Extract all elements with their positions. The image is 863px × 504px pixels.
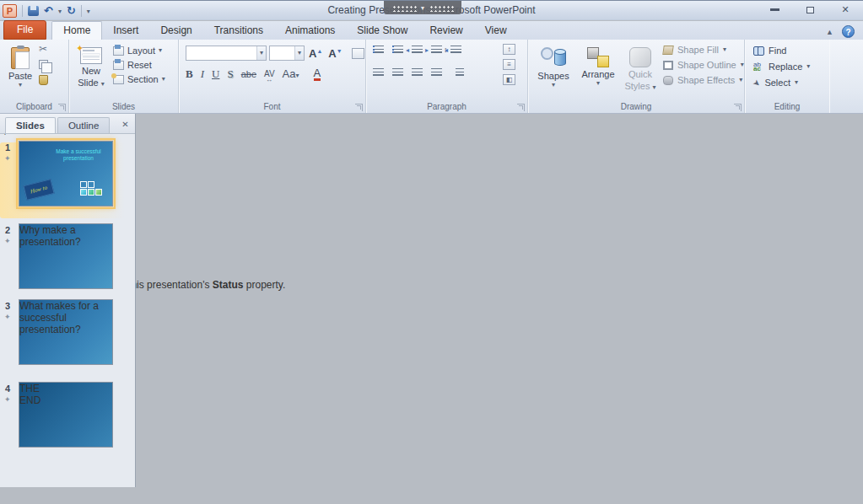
animation-star-icon: ✦ [4,313,11,321]
group-font: ▾ ▾ A▲ A▼ B I U S abe AV Aa▾ A Font [179,40,366,113]
replace-button[interactable]: abac Replace ▾ [753,62,810,72]
font-size-combobox[interactable]: ▾ [269,46,305,61]
tab-slide-show[interactable]: Slide Show [346,22,418,40]
font-color-button[interactable]: A [314,67,321,81]
align-right-button[interactable] [412,68,423,78]
increase-indent-button[interactable] [431,46,442,55]
tab-home[interactable]: Home [51,21,102,40]
panel-drag-handle[interactable]: ▼ [384,1,461,14]
change-case-button[interactable]: Aa▾ [283,67,299,81]
group-label-slides: Slides [69,102,178,111]
slide-4-thumbnail[interactable]: THEEND [19,382,113,448]
paragraph-dialog-launcher[interactable] [517,104,525,111]
tab-transitions[interactable]: Transitions [203,22,274,40]
section-button[interactable]: Section ▾ [113,74,165,84]
slide-2-thumbnail[interactable]: Why make a presentation? [19,223,113,289]
cube-shape [80,189,87,196]
minimize-icon [770,8,779,11]
shape-effects-button[interactable]: Shape Effects ▾ [663,75,744,85]
section-icon [113,75,124,84]
justify-button[interactable] [431,68,442,78]
slide-1-thumbnail[interactable]: Make a successful presentation How to [19,141,113,206]
ribbon-tab-row: File Home Insert Design Transitions Anim… [0,21,863,40]
dropdown-icon: ▾ [806,64,810,69]
shape-fill-button[interactable]: Shape Fill ▾ [663,45,744,55]
tab-file[interactable]: File [3,20,46,40]
close-button[interactable]: ✕ [834,3,856,16]
tab-outline[interactable]: Outline [57,117,110,133]
reset-button[interactable]: Reset [113,60,165,70]
collapse-ribbon-icon[interactable]: ▲ [826,28,833,36]
paste-button[interactable]: Paste ▾ [4,43,36,99]
align-center-button[interactable] [392,68,403,78]
slide-3-thumbnail[interactable]: What makes for a successful presentation… [19,299,113,365]
copy-icon[interactable] [39,60,48,69]
slide-thumbnail-row-3: 3 ✦ What makes for a successful presenta… [0,299,125,375]
drawing-dialog-launcher[interactable] [734,104,742,111]
underline-button[interactable]: U [212,67,219,81]
group-label-editing: Editing [745,102,829,111]
slide-number: 2 [5,225,10,235]
section-label: Section [127,74,159,84]
new-slide-button[interactable]: ✦ New Slide ▾ [73,43,110,99]
layout-label: Layout [127,46,155,56]
select-button[interactable]: ➤ Select ▾ [753,78,810,88]
bold-button[interactable]: B [186,67,193,81]
slide-thumbnail-row-2: 2 ✦ Why make a presentation? [0,223,125,299]
slide-number: 1 [5,142,10,153]
tab-design[interactable]: Design [149,22,202,40]
cube-shape [88,181,94,188]
dropdown-icon: ▾ [739,78,742,83]
text-shadow-button[interactable]: S [227,67,233,81]
shape-outline-button[interactable]: Shape Outline ▾ [663,60,744,70]
bullets-button[interactable] [373,46,384,55]
group-slides: ✦ New Slide ▾ Layout ▾ Reset Section ▾ [69,40,179,113]
film-strip-shape: THEEND [19,383,112,406]
title-bar: P ↶ ▾ ↻ ▾ Creating Presentations - Micro… [0,0,863,20]
grow-font-button[interactable]: A▲ [307,47,324,60]
align-text-button[interactable]: ≡ [503,59,515,70]
tab-animations[interactable]: Animations [274,22,346,40]
find-button[interactable]: Find [753,46,810,56]
clear-formatting-button[interactable] [352,48,364,59]
tab-insert[interactable]: Insert [102,22,149,40]
font-name-combobox[interactable]: ▾ [186,46,267,61]
text-direction-button[interactable]: ↕ [503,44,515,55]
clipboard-dialog-launcher[interactable] [58,104,66,111]
minimize-button[interactable] [763,3,785,16]
group-label-paragraph: Paragraph [366,102,527,111]
tab-review[interactable]: Review [418,22,473,40]
convert-smartart-button[interactable]: ◧ [503,74,515,85]
restore-button[interactable] [799,3,821,16]
columns-button[interactable] [456,68,464,78]
close-slides-panel-icon[interactable]: ✕ [119,118,132,131]
dropdown-icon: ▾ [552,83,555,88]
find-icon [753,46,764,55]
quick-styles-button[interactable]: Quick Styles ▾ [623,43,658,99]
italic-button[interactable]: I [201,67,204,81]
animation-star-icon: ✦ [4,237,11,245]
shapes-button[interactable]: Shapes ▾ [535,43,572,99]
arrange-button[interactable]: Arrange ▾ [577,43,619,99]
cut-icon[interactable]: ✂ [39,45,47,54]
format-painter-icon[interactable] [39,75,48,85]
strikethrough-button[interactable]: abe [241,67,256,81]
decrease-indent-button[interactable] [412,46,423,55]
layout-button[interactable]: Layout ▾ [113,46,165,56]
character-spacing-button[interactable]: AV [264,67,275,81]
shrink-font-button[interactable]: A▼ [326,47,343,60]
new-slide-label-1: New [82,66,100,76]
dropdown-icon[interactable]: ▾ [294,46,304,60]
group-clipboard: Paste ▾ ✂ Clipboard [0,40,69,113]
align-left-button[interactable] [373,68,384,78]
font-dialog-launcher[interactable] [355,104,363,111]
help-button[interactable]: ? [842,25,855,38]
line-spacing-button[interactable] [450,46,461,55]
paste-label: Paste [8,71,32,81]
numbering-button[interactable] [392,46,403,55]
tab-view[interactable]: View [474,22,518,40]
dropdown-icon[interactable]: ▾ [256,46,266,60]
shape-fill-label: Shape Fill [677,45,719,55]
workspace: Slides Outline ✕ 1 ✦ Make a successful p… [0,114,863,487]
tab-slides-thumbnails[interactable]: Slides [5,117,56,133]
